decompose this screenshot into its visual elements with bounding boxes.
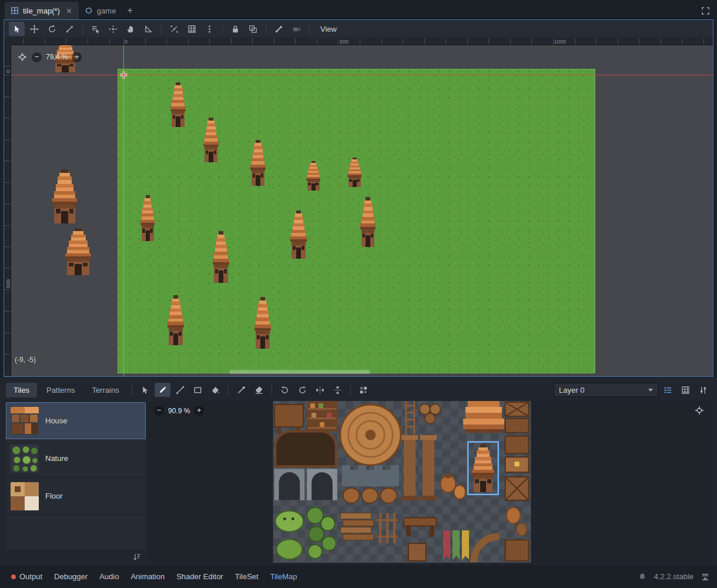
tab-patterns[interactable]: Patterns — [39, 383, 82, 397]
horizontal-ruler[interactable]: 0 500 1000 — [11, 38, 713, 45]
bottom-panel-tilemap[interactable]: TileMap — [265, 569, 303, 584]
tile-bucket-tool[interactable] — [207, 383, 223, 397]
atlas-zoom-level[interactable]: 90.9 % — [168, 407, 190, 415]
flip-horizontal-icon — [316, 386, 324, 395]
notifications-button[interactable] — [636, 571, 648, 583]
viewport-canvas[interactable]: − 79.4 % + (-9, -5) — [11, 45, 713, 376]
group-icon — [249, 25, 257, 34]
tab-tiles[interactable]: Tiles — [6, 383, 37, 397]
rotate-right-icon — [298, 386, 307, 395]
highlight-layer-toggle[interactable] — [660, 383, 676, 397]
lock-icon — [231, 25, 240, 34]
tilemap-tab-icon — [11, 6, 19, 15]
scatter-icon — [359, 386, 368, 395]
smart-snap-icon — [170, 25, 179, 34]
zoom-level[interactable]: 79.4 % — [46, 53, 68, 61]
tile-rect-tool[interactable] — [190, 383, 206, 397]
separator — [82, 24, 83, 34]
atlas-zoom-controls: − 90.9 % + — [154, 406, 204, 416]
view-menu-button[interactable]: View — [314, 23, 343, 35]
main-editor-frame: View 0 500 1000 0 500 − 79.4 % — [4, 19, 713, 377]
vertical-ruler[interactable]: 0 500 — [4, 45, 11, 376]
list-select-button[interactable] — [88, 22, 103, 36]
flip-horizontal-button[interactable] — [312, 383, 328, 397]
separator — [161, 24, 162, 34]
ruler-tool-button[interactable] — [140, 22, 156, 36]
ruler-mark: 0 — [5, 70, 11, 73]
separator — [350, 385, 351, 395]
sort-sources-button[interactable] — [130, 552, 143, 562]
house-sprite — [359, 197, 377, 247]
ruler-mark: 1000 — [554, 39, 566, 45]
bottom-panel-shader-editor[interactable]: Shader Editor — [171, 569, 229, 584]
atlas-zoom-out-button[interactable]: − — [154, 406, 164, 416]
tilemap-bottom-panel: Tiles Patterns Terrains Layer 0 — [0, 377, 717, 565]
bottom-panel-animation[interactable]: Animation — [125, 569, 170, 584]
group-node-button[interactable] — [245, 22, 261, 36]
tile-picker-tool[interactable] — [233, 383, 249, 397]
distraction-free-button[interactable] — [694, 2, 717, 19]
grid-toggle[interactable] — [678, 383, 693, 397]
expand-bottom-panel-button[interactable] — [699, 571, 711, 583]
bottom-panel-audio[interactable]: Audio — [94, 569, 124, 584]
tab-label: tile_map(*) — [23, 6, 60, 15]
source-item-nature[interactable]: Nature — [6, 440, 146, 477]
tile-paint-tool[interactable] — [155, 383, 170, 397]
random-tile-toggle[interactable] — [356, 383, 371, 397]
close-tab-icon[interactable] — [65, 7, 73, 15]
source-item-house[interactable]: House — [6, 402, 146, 440]
skeleton-options-button[interactable] — [271, 22, 287, 36]
flip-vertical-button[interactable] — [330, 383, 346, 397]
rotate-right-button[interactable] — [294, 383, 310, 397]
tab-tile-map[interactable]: tile_map(*) — [5, 2, 79, 19]
eraser-icon — [254, 386, 263, 395]
bottom-panel-tileset[interactable]: TileSet — [230, 569, 264, 584]
lock-node-button[interactable] — [227, 22, 243, 36]
tile-line-tool[interactable] — [172, 383, 188, 397]
house-sprite — [212, 231, 230, 283]
grid-icon — [681, 386, 690, 395]
separator — [132, 385, 132, 395]
layer-select[interactable]: Layer 0 — [554, 383, 658, 397]
move-tool-button[interactable] — [26, 22, 42, 36]
bottom-panel-debugger[interactable]: Debugger — [49, 569, 93, 584]
house-sprite — [346, 158, 363, 187]
pivot-tool-button[interactable] — [105, 22, 121, 36]
rotate-tool-button[interactable] — [44, 22, 60, 36]
tile-eraser-tool[interactable] — [251, 383, 267, 397]
layer-select-value: Layer 0 — [559, 386, 584, 395]
pan-tool-button[interactable] — [123, 22, 139, 36]
center-view-button[interactable] — [17, 52, 28, 62]
scale-tool-button[interactable] — [62, 22, 78, 36]
separator — [309, 24, 310, 34]
atlas-zoom-in-button[interactable]: + — [194, 406, 204, 416]
atlas-center-view-button[interactable] — [695, 406, 705, 416]
tab-game[interactable]: game — [79, 2, 122, 19]
sliders-icon — [699, 386, 708, 395]
tileset-atlas-image[interactable] — [272, 401, 532, 563]
add-scene-tab-button[interactable]: + — [122, 2, 138, 19]
advanced-options-button[interactable] — [695, 383, 711, 397]
rotate-left-button[interactable] — [277, 383, 293, 397]
tile-select-tool[interactable] — [137, 383, 153, 397]
source-item-floor[interactable]: Floor — [6, 477, 146, 515]
bone-icon — [274, 25, 283, 34]
floor-source-thumbnail — [11, 482, 39, 510]
zoom-out-button[interactable]: − — [32, 52, 42, 62]
smart-snap-button[interactable] — [166, 22, 182, 36]
tab-terrains[interactable]: Terrains — [84, 383, 126, 397]
tileset-atlas-view: − 90.9 % + — [148, 401, 713, 563]
rotate-icon — [48, 25, 56, 34]
select-tool-button[interactable] — [9, 22, 25, 36]
house-sprite — [289, 211, 308, 259]
grid-snap-button[interactable] — [184, 22, 200, 36]
bottom-panel-output[interactable]: Output — [6, 569, 48, 584]
tilemap-toolbar: Tiles Patterns Terrains Layer 0 — [0, 380, 717, 399]
canvas-zoom-controls: − 79.4 % + — [17, 52, 82, 62]
select-cursor-icon — [12, 25, 21, 34]
horizontal-scrollbar[interactable] — [229, 370, 370, 374]
camera-override-button[interactable] — [289, 22, 304, 36]
rect-icon — [193, 386, 202, 395]
zoom-in-button[interactable]: + — [72, 52, 82, 62]
snap-options-button[interactable] — [202, 22, 217, 36]
